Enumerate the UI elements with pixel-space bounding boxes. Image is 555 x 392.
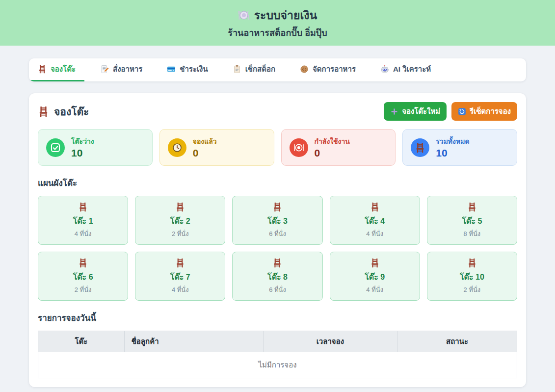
table-seats: 4 ที่นั่ง [172, 285, 189, 295]
table-card-10[interactable]: โต๊ะ 10 2 ที่นั่ง [427, 252, 517, 301]
table-card-2[interactable]: โต๊ะ 2 2 ที่นั่ง [135, 196, 225, 245]
reset-bookings-label: รีเซ็ตการจอง [470, 105, 511, 117]
tab-check-stock[interactable]: เช็กสต็อก [224, 58, 284, 81]
tab-label: จองโต๊ะ [51, 63, 76, 75]
stat-in-use: กำลังใช้งาน 0 [281, 129, 396, 166]
page-title: จองโต๊ะ [38, 104, 89, 120]
page-title-text: จองโต๊ะ [54, 104, 89, 120]
table-seats: 4 ที่นั่ง [75, 229, 92, 239]
chair-icon [38, 65, 47, 74]
reservations-title: รายการจองวันนี้ [38, 311, 517, 324]
table-name: โต๊ะ 2 [170, 215, 190, 227]
app-header: ระบบจ่ายเงิน ร้านอาหารสต็อกปั๊บ อิ่มปุ๊บ [0, 0, 555, 46]
table-name: โต๊ะ 3 [267, 215, 288, 227]
tab-ai-analysis[interactable]: AI วิเคราะห์ [371, 58, 440, 81]
table-card-1[interactable]: โต๊ะ 1 4 ที่นั่ง [38, 196, 128, 245]
tab-order-food[interactable]: สั่งอาหาร [91, 58, 151, 81]
chair-icon [78, 202, 88, 212]
tab-manage-food[interactable]: จัดการอาหาร [291, 58, 365, 81]
fork-and-knife-with-plate-icon [238, 9, 250, 21]
chair-icon [78, 258, 88, 268]
table-name: โต๊ะ 1 [73, 215, 93, 227]
table-card-7[interactable]: โต๊ะ 7 4 ที่นั่ง [135, 252, 225, 301]
col-status: สถานะ [397, 331, 517, 352]
chair-icon [467, 258, 477, 268]
receipt-icon [233, 65, 241, 74]
reservations-table: โต๊ะ ชื่อลูกค้า เวลาจอง สถานะ ไม่มีการจอ… [38, 331, 517, 378]
chair-icon [411, 138, 429, 157]
stat-total-tables: รวมทั้งหมด 10 [402, 129, 517, 166]
new-table-booking-button[interactable]: จองโต๊ะใหม่ [384, 102, 447, 121]
main-nav-tabbar: จองโต๊ะ สั่งอาหาร ชำระเงิน เช็กสต็อก จัด… [29, 58, 526, 81]
col-booking-time: เวลาจอง [263, 331, 397, 352]
chair-icon [272, 202, 282, 212]
table-name: โต๊ะ 7 [170, 271, 190, 283]
stat-reserved: จองแล้ว 0 [159, 129, 274, 166]
booking-panel: จองโต๊ะ จองโต๊ะใหม่ รีเซ็ตการจอง โต๊ะว่า… [29, 93, 526, 387]
floor-plan-title: แผนผังโต๊ะ [38, 176, 517, 189]
new-table-booking-label: จองโต๊ะใหม่ [402, 105, 440, 117]
table-card-6[interactable]: โต๊ะ 6 2 ที่นั่ง [38, 252, 128, 301]
col-table: โต๊ะ [38, 331, 125, 352]
reservations-header-row: โต๊ะ ชื่อลูกค้า เวลาจอง สถานะ [38, 331, 517, 352]
table-seats: 4 ที่นั่ง [366, 229, 383, 239]
table-seats: 6 ที่นั่ง [269, 229, 286, 239]
chair-icon [370, 258, 380, 268]
stat-label: รวมทั้งหมด [436, 136, 469, 147]
table-card-3[interactable]: โต๊ะ 3 6 ที่นั่ง [232, 196, 322, 245]
refresh-icon [458, 107, 466, 116]
cookie-icon [300, 65, 309, 74]
robot-icon [380, 65, 389, 74]
table-seats: 8 ที่นั่ง [464, 229, 481, 239]
chair-icon [370, 202, 380, 212]
stat-label: กำลังใช้งาน [315, 136, 350, 147]
chair-icon [175, 202, 185, 212]
stat-label: โต๊ะว่าง [71, 136, 94, 147]
stats-row: โต๊ะว่าง 10 จองแล้ว 0 กำลังใช้งาน 0 [38, 129, 517, 166]
table-name: โต๊ะ 4 [365, 215, 385, 227]
table-seats: 6 ที่นั่ง [269, 285, 286, 295]
table-card-9[interactable]: โต๊ะ 9 4 ที่นั่ง [330, 252, 420, 301]
stat-value: 0 [315, 147, 350, 159]
col-customer-name: ชื่อลูกค้า [124, 331, 263, 352]
check-icon [46, 138, 65, 157]
table-name: โต๊ะ 5 [462, 215, 482, 227]
chair-icon [272, 258, 282, 268]
table-card-5[interactable]: โต๊ะ 5 8 ที่นั่ง [427, 196, 517, 245]
dining-plate-icon [290, 138, 308, 157]
app-title: ระบบจ่ายเงิน [238, 6, 317, 24]
table-name: โต๊ะ 9 [365, 271, 385, 283]
tab-label: AI วิเคราะห์ [393, 63, 431, 75]
plus-icon [390, 107, 398, 116]
table-name: โต๊ะ 6 [73, 271, 93, 283]
table-name: โต๊ะ 8 [267, 271, 288, 283]
app-subtitle: ร้านอาหารสต็อกปั๊บ อิ่มปุ๊บ [0, 26, 555, 40]
tab-label: จัดการอาหาร [313, 63, 356, 75]
tab-book-table[interactable]: จองโต๊ะ [29, 58, 84, 81]
stat-value: 10 [71, 147, 94, 159]
stat-value: 10 [436, 147, 469, 159]
floor-plan-grid: โต๊ะ 1 4 ที่นั่ง โต๊ะ 2 2 ที่นั่ง โต๊ะ 3… [38, 196, 517, 301]
tab-payment[interactable]: ชำระเงิน [158, 58, 216, 81]
empty-state-text: ไม่มีการจอง [38, 352, 517, 378]
credit-card-icon [167, 65, 176, 74]
table-seats: 2 ที่นั่ง [172, 229, 189, 239]
table-seats: 2 ที่นั่ง [75, 285, 92, 295]
chair-icon [175, 258, 185, 268]
tab-label: ชำระเงิน [180, 63, 208, 75]
app-title-text: ระบบจ่ายเงิน [254, 6, 317, 24]
chair-icon [467, 202, 477, 212]
chair-icon [38, 106, 49, 117]
table-card-8[interactable]: โต๊ะ 8 6 ที่นั่ง [232, 252, 322, 301]
table-name: โต๊ะ 10 [460, 271, 484, 283]
stat-label: จองแล้ว [193, 136, 217, 147]
stat-available-tables: โต๊ะว่าง 10 [38, 129, 153, 166]
tab-label: สั่งอาหาร [113, 63, 142, 75]
table-seats: 4 ที่นั่ง [366, 285, 383, 295]
empty-row: ไม่มีการจอง [38, 352, 517, 378]
reset-bookings-button[interactable]: รีเซ็ตการจอง [451, 102, 517, 121]
table-card-4[interactable]: โต๊ะ 4 4 ที่นั่ง [330, 196, 420, 245]
stat-value: 0 [193, 147, 217, 159]
table-seats: 2 ที่นั่ง [464, 285, 481, 295]
tab-label: เช็กสต็อก [245, 63, 275, 75]
